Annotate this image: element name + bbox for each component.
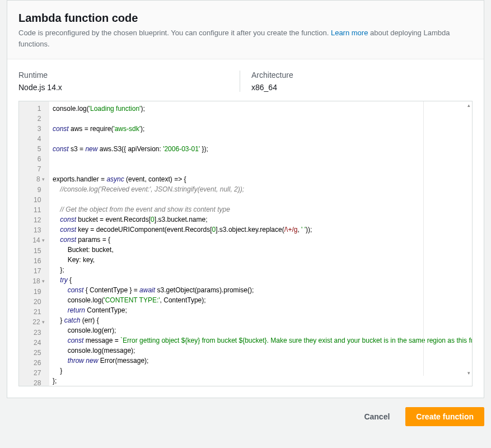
- runtime-value: Node.js 14.x: [18, 83, 228, 92]
- code-line: //console.log('Received event:', JSON.st…: [53, 184, 470, 194]
- editor-gutter: 1 2 3 4 5 6 7 8 9 10 11 12 13 14 15 16 1…: [19, 101, 49, 386]
- code-line: const key = decodeURIComponent(event.Rec…: [53, 225, 470, 235]
- learn-more-link[interactable]: Learn more: [331, 29, 368, 37]
- panel-title: Lambda function code: [18, 11, 473, 25]
- lambda-code-panel: Lambda function code Code is preconfigur…: [7, 0, 484, 398]
- code-line: [53, 154, 470, 164]
- code-line: [53, 134, 470, 144]
- panel-header: Lambda function code Code is preconfigur…: [7, 1, 484, 59]
- footer-actions: Cancel Create function: [0, 398, 491, 426]
- code-line: const s3 = new aws.S3({ apiVersion: '200…: [53, 144, 470, 154]
- code-line: const params = {: [53, 235, 470, 245]
- code-line: // Get the object from the event and sho…: [53, 204, 470, 214]
- code-line: const bucket = event.Records[0].s3.bucke…: [53, 214, 470, 225]
- code-line: try {: [53, 275, 470, 285]
- cancel-button[interactable]: Cancel: [354, 407, 400, 426]
- desc-prefix: Code is preconfigured by the chosen blue…: [18, 29, 331, 37]
- code-line: const aws = require('aws-sdk');: [53, 124, 470, 134]
- code-line: console.log('CONTENT TYPE:', ContentType…: [53, 295, 470, 305]
- scroll-up-icon[interactable]: [463, 102, 471, 110]
- code-line: }: [53, 366, 470, 376]
- code-line: console.log('Loading function');: [53, 104, 470, 114]
- code-line: };: [53, 265, 470, 275]
- code-editor[interactable]: 1 2 3 4 5 6 7 8 9 10 11 12 13 14 15 16 1…: [18, 101, 473, 386]
- panel-description: Code is preconfigured by the chosen blue…: [18, 27, 473, 50]
- code-line: return ContentType;: [53, 305, 470, 315]
- code-line: exports.handler = async (event, context)…: [53, 174, 470, 184]
- code-line: [53, 164, 470, 174]
- code-line: console.log(err);: [53, 325, 470, 335]
- code-line: Key: key,: [53, 255, 470, 265]
- scroll-down-icon[interactable]: [463, 377, 471, 385]
- code-line: throw new Error(message);: [53, 356, 470, 366]
- properties-row: Runtime Node.js 14.x Architecture x86_64: [7, 59, 484, 101]
- code-line: [53, 114, 470, 124]
- architecture-column: Architecture x86_64: [240, 71, 473, 92]
- create-function-button[interactable]: Create function: [405, 407, 484, 426]
- print-margin-line: [423, 101, 424, 376]
- code-line: console.log(message);: [53, 346, 470, 356]
- code-line: [53, 194, 470, 204]
- code-line: const message = `Error getting object ${…: [53, 335, 470, 346]
- architecture-label: Architecture: [251, 71, 461, 80]
- architecture-value: x86_64: [251, 83, 461, 92]
- runtime-label: Runtime: [18, 71, 228, 80]
- code-line: Bucket: bucket,: [53, 245, 470, 255]
- code-line: };: [53, 376, 470, 386]
- editor-viewport[interactable]: console.log('Loading function'); const a…: [49, 101, 472, 386]
- code-line: const { ContentType } = await s3.getObje…: [53, 285, 470, 295]
- code-line: } catch (err) {: [53, 315, 470, 325]
- runtime-column: Runtime Node.js 14.x: [18, 71, 240, 92]
